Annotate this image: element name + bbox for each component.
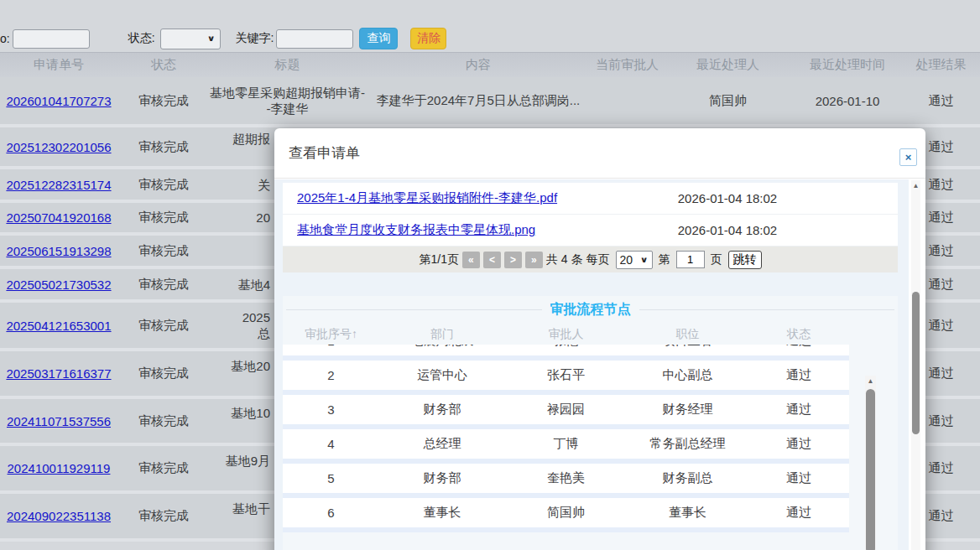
approval-approver-cell: 张石平 [505,367,627,383]
approval-position-cell: 董事长 [627,505,748,521]
column-header: 当前审批人 [592,57,663,73]
attachment-link[interactable]: 2025年1-4月基地零星采购报销附件-李建华.pdf [297,190,557,205]
application-list-page: o: 状态: ∨ 关键字: 查询 清除 申请单号状态标题内容当前审批人最近处理人… [0,0,980,542]
page-prefix: 第 [659,252,670,267]
approval-dept-cell: 财务部 [379,402,505,418]
page-info: 第1/1页 [419,252,458,267]
status-cell: 审核完成 [117,494,210,538]
application-link[interactable]: 202601041707273 [6,94,111,108]
column-header: 标题 [210,57,365,73]
status-label: 状态: [128,31,155,46]
approval-row: 5财务部奎艳美财务副总通过 [283,464,849,493]
approval-dept-cell: 地震局北辰 [379,345,505,349]
clear-button[interactable]: 清除 [410,28,446,49]
prev-page-button[interactable]: < [483,252,501,268]
close-icon[interactable]: × [899,148,917,166]
approval-section-title: 审批流程节点 [542,301,639,319]
approval-table-viewport: 1地震局北辰张艳项目主管通过2运管中心张石平中心副总通过3财务部禄园园财务经理通… [283,345,849,540]
status-cell: 审核完成 [117,303,210,348]
chevron-down-icon: ∨ [207,34,216,43]
table-header-row: 申请单号状态标题内容当前审批人最近处理人最近处理时间处理结果 [0,52,980,77]
approval-row: 1地震局北辰张艳项目主管通过 [283,345,849,355]
approval-position-cell: 财务经理 [627,402,748,418]
total-count: 共 4 条 [546,252,583,267]
attachment-time: 2026-01-04 18:02 [606,223,849,237]
status-cell: 审核完成 [117,169,210,200]
approval-column-header: 状态 [748,327,849,342]
per-page-select[interactable]: 20 ∨ [616,251,653,269]
jump-button[interactable]: 跳转 [728,251,762,269]
approval-dept-cell: 财务部 [379,470,505,486]
attachment-row: 基地食堂月度收支财务报表中零星体现.png2026-01-04 18:02 [283,215,898,246]
approval-section: 审批流程节点 审批序号↑部门审批人职位状态 1地震局北辰张艳项目主管通过2运管中… [283,296,898,550]
attachment-row: 2025年1-4月基地零星采购报销附件-李建华.pdf2026-01-04 18… [283,183,898,215]
approval-column-header: 审批人 [505,327,627,342]
title-cell: 基地零星采购超期报销申请--李建华 [210,77,365,124]
approval-row: 6董事长简国帅董事长通过 [283,498,849,527]
approval-seq-cell: 6 [283,506,379,520]
no-input[interactable] [13,29,90,49]
application-link[interactable]: 202410011929119 [8,461,111,475]
scroll-up-icon[interactable]: ▲ [865,376,876,387]
approval-status-cell: 通过 [748,345,849,349]
keyword-label: 关键字: [236,31,274,46]
per-page-label: 每页 [586,252,610,267]
status-cell: 审核完成 [117,203,210,232]
application-link[interactable]: 202504121653001 [6,319,111,333]
application-link[interactable]: 202411071537556 [7,414,111,428]
application-link[interactable]: 202512302201056 [6,140,111,154]
result-cell: 通过 [902,77,980,124]
status-cell: 审核完成 [117,127,210,166]
view-application-modal: 查看申请单 × 2025年1-4月基地零星采购报销附件-李建华.pdf2026-… [274,128,925,550]
scrollbar-thumb[interactable] [866,389,875,550]
status-select[interactable]: ∨ [160,29,221,49]
approval-table-body: 1地震局北辰张艳项目主管通过2运管中心张石平中心副总通过3财务部禄园园财务经理通… [283,345,849,532]
status-cell: 审核完成 [117,351,210,396]
application-link[interactable]: 202512282315174 [6,178,111,192]
application-link[interactable]: 202409022351138 [7,509,111,523]
last-page-button[interactable]: » [525,252,543,268]
per-page-value: 20 [620,253,633,267]
approval-status-cell: 通过 [748,367,849,383]
column-header: 处理结果 [902,57,980,73]
approval-seq-cell: 1 [283,345,379,348]
search-toolbar: o: 状态: ∨ 关键字: 查询 清除 [0,0,980,52]
last-handler-cell: 简国帅 [663,77,793,124]
approval-seq-cell: 5 [283,471,379,485]
approval-position-cell: 中心副总 [627,367,748,383]
current-approver-cell [592,77,663,124]
application-link[interactable]: 202505021730532 [6,278,111,292]
status-cell: 审核完成 [117,236,210,266]
first-page-button[interactable]: « [462,252,480,268]
status-cell: 审核完成 [117,77,210,124]
scroll-up-icon[interactable]: ▲ [911,180,920,192]
table-row: 202601041707273审核完成基地零星采购超期报销申请--李建华李建华于… [0,77,980,124]
attachment-time: 2026-01-04 18:02 [606,191,849,205]
chevron-down-icon: ∨ [640,255,649,264]
column-header: 申请单号 [0,57,117,73]
approval-status-cell: 通过 [748,470,849,486]
attachment-link[interactable]: 基地食堂月度收支财务报表中零星体现.png [297,222,535,236]
approval-dept-cell: 总经理 [379,436,505,452]
approval-status-cell: 通过 [748,436,849,452]
application-link[interactable]: 202506151913298 [6,244,111,258]
scrollbar-thumb[interactable] [912,292,920,434]
next-page-button[interactable]: > [504,252,522,268]
application-link[interactable]: 202507041920168 [6,210,111,225]
modal-header: 查看申请单 × [274,128,925,179]
page-number-input[interactable] [676,251,705,268]
modal-scrollbar[interactable]: ▲ [911,180,920,550]
approval-scrollbar[interactable]: ▲ ▼ [865,376,876,550]
approval-column-header: 部门 [379,327,505,342]
keyword-input[interactable] [276,29,353,49]
approval-approver-cell: 简国帅 [505,505,627,521]
status-cell: 审核完成 [117,399,210,443]
approval-approver-cell: 张艳 [505,345,627,349]
query-button[interactable]: 查询 [359,28,398,49]
status-cell: 审核完成 [117,446,210,490]
approval-legend: 审批流程节点 [283,296,898,324]
application-link[interactable]: 202503171616377 [6,366,111,381]
column-header: 状态 [117,57,210,73]
approval-position-cell: 财务副总 [627,470,748,486]
approval-seq-cell: 2 [283,368,379,382]
